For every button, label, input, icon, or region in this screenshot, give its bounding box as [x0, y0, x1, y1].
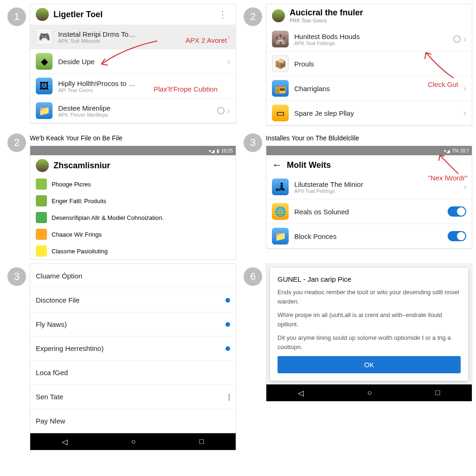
app-icon: ▭ — [272, 105, 289, 121]
dot-icon — [225, 346, 230, 351]
box-icon — [36, 229, 47, 240]
list-item[interactable]: Loca fGed — [30, 361, 236, 385]
chevron-right-icon: › — [463, 34, 466, 44]
diamond-icon — [36, 212, 47, 223]
cube-icon — [36, 195, 47, 206]
panel-5: 3 Cluame Óption Disctonce File Fly Naws)… — [4, 264, 236, 450]
list-item[interactable]: Expering Herreshtino) — [30, 337, 236, 361]
nav-home-icon[interactable]: ○ — [367, 389, 372, 397]
navigation-bar: ◁ ○ □ — [266, 384, 472, 401]
app-title: Ligetler Toel — [53, 10, 215, 20]
status-bar: ▾◢▮10:25 — [30, 146, 236, 155]
step-badge: 2 — [7, 133, 26, 152]
radio-icon[interactable] — [453, 35, 461, 43]
list-item[interactable]: Disctonce File — [30, 288, 236, 312]
nav-back-icon[interactable]: ◁ — [62, 437, 67, 446]
step-caption: Installes Your on The Bluldelclile — [240, 130, 472, 145]
chevron-right-icon: › — [463, 108, 466, 118]
app-icon: 📻 — [272, 80, 289, 97]
panel-3: 2 We'b Keack Your File on Be File ▾◢▮10:… — [4, 130, 236, 260]
app-icon: ◆ — [36, 53, 53, 70]
chevron-right-icon: › — [463, 182, 466, 192]
globe-icon: 🌐 — [272, 203, 289, 220]
toggle-switch[interactable] — [448, 231, 466, 241]
dot-icon — [225, 322, 230, 327]
app-icon: 🖼 — [36, 78, 53, 94]
navigation-bar: ◁ ○ □ — [30, 433, 236, 450]
app-icon: 🎮 — [36, 28, 53, 45]
list-item[interactable]: Enger Fatll; Produits — [30, 192, 236, 209]
folder-icon: 📁 — [272, 228, 289, 245]
list-item[interactable]: 🌐 Reals os Soluned — [266, 199, 472, 224]
list-item[interactable]: Phooge Picres — [30, 176, 236, 192]
app-avatar-icon — [272, 9, 285, 22]
panel-6: 6 GUNEL - Jan carip Pice Ends you rreati… — [240, 264, 472, 450]
app-icon: 📁 — [36, 102, 53, 119]
wifi-icon: ▾◢ — [209, 148, 215, 153]
list-item[interactable]: 📁 Block Ponces — [266, 224, 472, 249]
dice-icon — [36, 178, 47, 190]
panel-1: 1 Ligetler Toel ⋮ 🎮 Instetal Reripi Drms… — [4, 4, 236, 126]
list-item[interactable]: Sen Tate| — [30, 385, 236, 409]
list-item[interactable]: 📦 Prouls — [266, 52, 472, 76]
title-bar: Aucicral the fnulerPRK Toar Goors — [266, 4, 472, 27]
dialog-title: GUNEL - Jan carip Pice — [278, 275, 461, 283]
list-item[interactable]: 🏰 Hunitest Bods HoudsAPK Teat Fettings › — [266, 27, 472, 52]
step-badge: 1 — [7, 7, 26, 26]
list-item[interactable]: Desensrifiplan Allr & Modiel Cohnoizatio… — [30, 209, 236, 226]
radio-icon[interactable] — [217, 107, 225, 114]
dialog-text: Whire proipe im all (uuht,all is al cren… — [278, 311, 461, 329]
nav-home-icon[interactable]: ○ — [131, 437, 136, 446]
dialog: GUNEL - Jan carip Pice Ends you rreatioc… — [270, 268, 468, 381]
more-icon[interactable]: ⋮ — [215, 9, 230, 20]
dot-icon — [225, 298, 230, 303]
list-item[interactable]: 🎮 Instetal Reripi Drms To…APK 'Solt Mlto… — [30, 25, 236, 49]
step-caption: We'b Keack Your File on Be File — [4, 130, 236, 145]
app-avatar-icon — [36, 159, 49, 172]
ok-button[interactable]: OK — [278, 356, 461, 373]
list-item[interactable]: Pay Nlew — [30, 409, 236, 433]
back-icon[interactable]: ← — [272, 159, 282, 171]
list-item[interactable]: 📁 Destee MirenlipeAPK Thriver Meriltnps … — [30, 99, 236, 123]
person-icon — [36, 245, 47, 257]
app-title: Aucicral the fnuler — [290, 8, 466, 18]
app-icon: 🏞 — [272, 178, 289, 195]
app-title: Molit Weits — [287, 160, 466, 170]
status-bar: ▾◢7% 18:7 — [266, 146, 472, 155]
list-item[interactable]: Fly Naws) — [30, 312, 236, 337]
nav-recent-icon[interactable]: □ — [436, 389, 440, 397]
list-item[interactable]: Classme Pasioiluting — [30, 243, 236, 259]
wifi-icon: ▾◢ — [444, 148, 450, 153]
step-badge: 3 — [244, 133, 262, 152]
app-icon: 🏰 — [272, 31, 289, 47]
battery-icon: ▮ — [217, 148, 219, 153]
app-icon: 📦 — [272, 55, 289, 72]
chevron-right-icon: › — [463, 84, 466, 93]
list-item[interactable]: 🏞 Lilutsterate The MiniorAPII Toat Petti… — [266, 175, 472, 199]
toggle-switch[interactable] — [448, 206, 466, 217]
app-avatar-icon — [36, 8, 49, 21]
chevron-right-icon: › — [227, 32, 230, 42]
list-item[interactable]: 📻 Charriglans › — [266, 76, 472, 101]
list-item[interactable]: Cluame Óption — [30, 264, 236, 288]
dialog-text: Ends you rreatioc rember the tooll or wi… — [278, 288, 461, 306]
list-item[interactable]: 🖼 Hiplly Hollth!Procos to …APl Tear Goor… — [30, 74, 236, 99]
panel-2: 2 Aucicral the fnulerPRK Toar Goors 🏰 Hu… — [240, 4, 472, 126]
step-badge: 2 — [244, 7, 262, 26]
title-bar: ← Molit Weits — [266, 155, 472, 175]
list-item[interactable]: ◆ Deside Upe › — [30, 49, 236, 74]
nav-back-icon[interactable]: ◁ — [298, 389, 304, 397]
title-bar: Ligetler Toel ⋮ — [30, 4, 236, 25]
title-bar: Zhscamlisniur — [30, 155, 236, 176]
panel-4: 3 Installes Your on The Bluldelclile ▾◢7… — [240, 130, 472, 260]
nav-recent-icon[interactable]: □ — [199, 437, 204, 446]
step-badge: 3 — [7, 267, 26, 286]
chevron-right-icon: › — [227, 57, 230, 66]
step-badge: 6 — [244, 267, 262, 286]
chevron-right-icon: › — [227, 106, 230, 116]
list-item[interactable]: ▭ Spare Je slep Pllay › — [266, 101, 472, 126]
app-title: Zhscamlisniur — [53, 161, 230, 171]
list-item[interactable]: Chaace Wir Frings — [30, 226, 236, 243]
dialog-text: Dit you aryme tining sould up solome wol… — [278, 333, 461, 351]
